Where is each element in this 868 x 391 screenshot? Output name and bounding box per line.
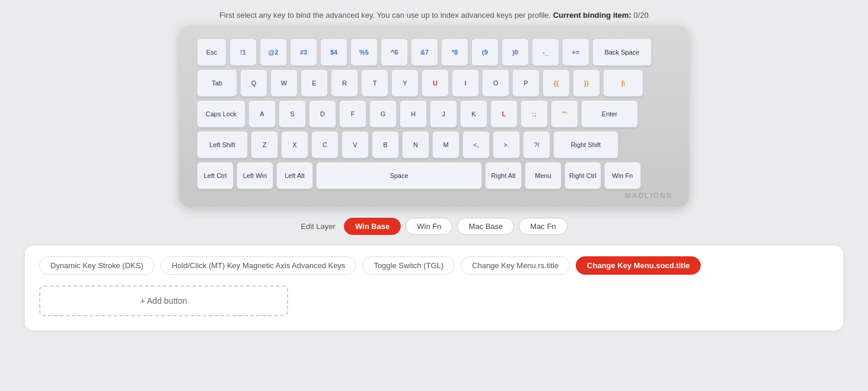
key-rshift[interactable]: Right Shift — [553, 131, 618, 158]
key-quote[interactable]: "' — [551, 100, 578, 128]
key-8[interactable]: *8 — [441, 39, 468, 66]
layer-btn-mac-fn[interactable]: Mac Fn — [519, 218, 567, 235]
key-comma[interactable]: <, — [462, 131, 490, 158]
tab-tgl[interactable]: Toggle Switch (TGL) — [362, 256, 455, 275]
key-winfn[interactable]: Win Fn — [604, 162, 641, 189]
keyboard-container: Esc!1@2#3$4%5^6&7*8(9)0-_+=Back SpaceTab… — [179, 26, 689, 207]
key-enter[interactable]: Enter — [581, 100, 638, 128]
key-4[interactable]: $4 — [320, 39, 347, 66]
key-j[interactable]: J — [430, 100, 457, 128]
key-c[interactable]: C — [311, 131, 339, 158]
key-space[interactable]: Space — [316, 162, 482, 189]
key-q[interactable]: Q — [240, 69, 267, 97]
layer-buttons: Win BaseWin FnMac BaseMac Fn — [344, 218, 567, 235]
key-9[interactable]: (9 — [471, 39, 499, 66]
key-row: Caps LockASDFGHJKL:;"'Enter — [197, 100, 671, 128]
key-g[interactable]: G — [369, 100, 397, 128]
tab-ckm-rs[interactable]: Change Key Menu.rs.title — [461, 256, 570, 275]
key-b[interactable]: B — [372, 131, 399, 158]
add-button[interactable]: + Add button — [39, 285, 288, 316]
key-6[interactable]: ^6 — [381, 39, 408, 66]
key-f[interactable]: F — [339, 100, 366, 128]
key-1[interactable]: !1 — [229, 39, 257, 66]
key-7[interactable]: &7 — [411, 39, 438, 66]
key-0[interactable]: )0 — [502, 39, 529, 66]
key-3[interactable]: #3 — [290, 39, 317, 66]
key-lbracket[interactable]: {{ — [542, 69, 570, 97]
key-s[interactable]: S — [279, 100, 306, 128]
layer-btn-win-fn[interactable]: Win Fn — [406, 218, 452, 235]
key-x[interactable]: X — [281, 131, 308, 158]
tab-bar: Dynamic Key Stroke (DKS)Hold/Click (MT) … — [39, 256, 829, 275]
key-period[interactable]: >. — [493, 131, 520, 158]
key-semicolon[interactable]: :; — [521, 100, 548, 128]
key-e[interactable]: E — [301, 69, 328, 97]
key-esc[interactable]: Esc — [197, 39, 226, 66]
tab-ckm-socd[interactable]: Change Key Menu.socd.title — [576, 256, 701, 275]
header-info: First select any key to bind the advance… — [219, 11, 649, 20]
key-equals[interactable]: += — [562, 39, 589, 66]
key-u[interactable]: U — [422, 69, 449, 97]
key-5[interactable]: %5 — [350, 39, 378, 66]
key-menu[interactable]: Menu — [525, 162, 561, 189]
key-d[interactable]: D — [309, 100, 336, 128]
key-lwin[interactable]: Left Win — [237, 162, 273, 189]
key-row: Left CtrlLeft WinLeft AltSpaceRight AltM… — [197, 162, 671, 189]
key-i[interactable]: I — [452, 69, 479, 97]
key-backslash[interactable]: |\ — [603, 69, 643, 97]
key-row: Left ShiftZXCVBNM<,>.?/Right Shift — [197, 131, 671, 158]
key-row: TabQWERTYUIOP{{}}|\ — [197, 69, 671, 97]
key-l[interactable]: L — [490, 100, 518, 128]
key-row: Esc!1@2#3$4%5^6&7*8(9)0-_+=Back Space — [197, 39, 671, 66]
key-rbracket[interactable]: }} — [573, 69, 600, 97]
layer-btn-mac-base[interactable]: Mac Base — [457, 218, 514, 235]
key-minus[interactable]: -_ — [532, 39, 559, 66]
key-p[interactable]: P — [512, 69, 540, 97]
key-lalt[interactable]: Left Alt — [276, 162, 313, 189]
key-w[interactable]: W — [270, 69, 298, 97]
key-n[interactable]: N — [402, 131, 429, 158]
bottom-panel: Dynamic Key Stroke (DKS)Hold/Click (MT) … — [25, 246, 843, 330]
key-lshift[interactable]: Left Shift — [197, 131, 248, 158]
key-slash[interactable]: ?/ — [523, 131, 550, 158]
key-ralt[interactable]: Right Alt — [485, 162, 522, 189]
layers-bar: Edit Layer Win BaseWin FnMac BaseMac Fn — [301, 218, 567, 235]
key-m[interactable]: M — [432, 131, 459, 158]
key-k[interactable]: K — [460, 100, 487, 128]
key-2[interactable]: @2 — [260, 39, 287, 66]
tab-mt[interactable]: Hold/Click (MT) Key Magnetic Axis Advanc… — [161, 256, 357, 275]
key-rctrl[interactable]: Right Ctrl — [564, 162, 601, 189]
key-caps[interactable]: Caps Lock — [197, 100, 245, 128]
tab-dks[interactable]: Dynamic Key Stroke (DKS) — [39, 256, 155, 275]
key-o[interactable]: O — [482, 69, 509, 97]
key-r[interactable]: R — [331, 69, 358, 97]
key-lctrl[interactable]: Left Ctrl — [197, 162, 234, 189]
key-z[interactable]: Z — [251, 131, 278, 158]
key-v[interactable]: V — [342, 131, 369, 158]
keyboard-brand: MADLIONS — [625, 192, 672, 200]
key-tab[interactable]: Tab — [197, 69, 237, 97]
key-a[interactable]: A — [248, 100, 276, 128]
layer-btn-win-base[interactable]: Win Base — [344, 218, 401, 235]
key-t[interactable]: T — [361, 69, 388, 97]
key-y[interactable]: Y — [391, 69, 419, 97]
key-h[interactable]: H — [400, 100, 427, 128]
keyboard-rows: Esc!1@2#3$4%5^6&7*8(9)0-_+=Back SpaceTab… — [197, 39, 671, 189]
edit-layer-label: Edit Layer — [301, 222, 336, 231]
key-backspace[interactable]: Back Space — [592, 39, 652, 66]
